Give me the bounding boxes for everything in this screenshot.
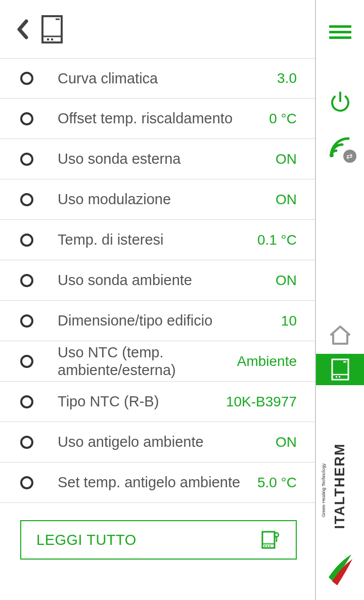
- radio-icon: [20, 72, 33, 85]
- list-item[interactable]: Uso modulazione ON: [0, 179, 315, 220]
- setting-value: 0 °C: [269, 111, 297, 127]
- home-button[interactable]: [329, 324, 351, 346]
- main-panel: Curva climatica 3.0 Offset temp. riscald…: [0, 0, 316, 600]
- header: [0, 0, 315, 58]
- button-bar: LEGGI TUTTO: [0, 503, 315, 560]
- svg-rect-4: [51, 38, 53, 40]
- radio-icon: [20, 234, 33, 247]
- list-item[interactable]: Offset temp. riscaldamento 0 °C: [0, 99, 315, 139]
- hamburger-icon: [329, 25, 351, 28]
- setting-label: Offset temp. riscaldamento: [58, 110, 269, 127]
- radio-icon: [20, 314, 33, 328]
- setting-label: Uso sonda ambiente: [58, 271, 276, 289]
- list-item[interactable]: Uso sonda ambiente ON: [0, 260, 315, 301]
- svg-rect-5: [262, 532, 275, 548]
- device-tab-active[interactable]: [316, 354, 364, 385]
- list-item[interactable]: Temp. di isteresi 0.1 °C: [0, 220, 315, 260]
- setting-value: 0.1 °C: [257, 232, 297, 248]
- list-item[interactable]: Set temp. antigelo ambiente 5.0 °C: [0, 463, 315, 503]
- chevron-left-icon: [15, 19, 30, 39]
- svg-point-9: [269, 545, 271, 547]
- settings-list: Curva climatica 3.0 Offset temp. riscald…: [0, 58, 315, 503]
- svg-point-8: [267, 545, 268, 547]
- radio-icon: [20, 395, 33, 408]
- setting-label: Uso antigelo ambiente: [58, 433, 276, 451]
- boiler-icon: [331, 358, 349, 381]
- menu-button[interactable]: [329, 25, 351, 40]
- svg-point-10: [275, 533, 279, 537]
- brand-name: ITALTHERM: [332, 443, 348, 529]
- svg-point-14: [330, 153, 334, 157]
- setting-value: ON: [276, 151, 297, 167]
- list-item[interactable]: Uso antigelo ambiente ON: [0, 422, 315, 463]
- setting-value: 10K-B3977: [226, 394, 297, 410]
- list-item[interactable]: Uso NTC (temp. ambiente/esterna) Ambient…: [0, 341, 315, 382]
- radio-icon: [20, 274, 33, 287]
- radio-icon: [20, 355, 33, 368]
- radio-icon: [20, 436, 33, 449]
- setting-label: Tipo NTC (R-B): [58, 393, 226, 410]
- setting-label: Uso sonda esterna: [58, 150, 276, 168]
- setting-value: 5.0 °C: [257, 475, 297, 491]
- setting-label: Temp. di isteresi: [58, 231, 257, 249]
- home-icon: [329, 324, 351, 346]
- svg-point-7: [264, 545, 266, 547]
- wifi-button[interactable]: ⇄: [326, 132, 354, 161]
- read-device-icon: [260, 530, 281, 550]
- svg-rect-19: [339, 376, 340, 378]
- setting-value: 10: [281, 313, 297, 329]
- read-all-label: LEGGI TUTTO: [36, 532, 136, 548]
- list-item[interactable]: Curva climatica 3.0: [0, 58, 315, 99]
- setting-label: Curva climatica: [58, 70, 277, 87]
- brand-swoosh-icon: [326, 552, 354, 587]
- setting-value: ON: [276, 272, 297, 289]
- radio-icon: [20, 193, 33, 206]
- radio-icon: [20, 112, 33, 125]
- setting-value: 3.0: [277, 70, 297, 86]
- setting-value: ON: [276, 434, 297, 450]
- setting-label: Set temp. antigelo ambiente: [58, 474, 257, 491]
- setting-label: Uso modulazione: [58, 191, 276, 208]
- brand-tagline: Green Heating Technology: [321, 464, 326, 517]
- radio-icon: [20, 153, 33, 166]
- setting-label: Dimensione/tipo edificio: [58, 312, 281, 330]
- list-item[interactable]: Tipo NTC (R-B) 10K-B3977: [0, 382, 315, 422]
- back-button[interactable]: [15, 19, 30, 39]
- setting-value: ON: [276, 192, 297, 208]
- power-icon: [330, 91, 351, 112]
- list-item[interactable]: Uso sonda esterna ON: [0, 139, 315, 179]
- side-panel: ⇄ Green Heating Technology ITALTHERM: [316, 0, 364, 600]
- setting-value: Ambiente: [237, 353, 297, 370]
- radio-icon: [20, 476, 33, 489]
- boiler-icon: [41, 15, 63, 43]
- power-button[interactable]: [330, 91, 351, 112]
- svg-rect-18: [336, 376, 337, 378]
- sync-badge-icon: ⇄: [343, 150, 356, 163]
- setting-label: Uso NTC (temp. ambiente/esterna): [58, 344, 237, 379]
- svg-rect-3: [47, 38, 49, 40]
- list-item[interactable]: Dimensione/tipo edificio 10: [0, 301, 315, 341]
- read-all-button[interactable]: LEGGI TUTTO: [20, 520, 297, 560]
